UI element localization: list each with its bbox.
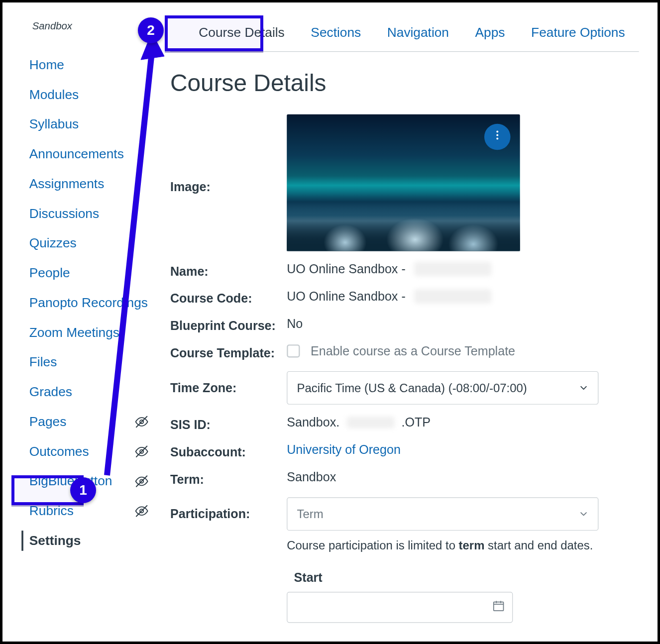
subaccount-value: University of Oregon [287,442,639,457]
tab-course-details[interactable]: Course Details [199,17,284,51]
template-checkbox[interactable] [287,344,300,357]
name-value: UO Online Sandbox - [287,262,639,276]
name-label: Name: [170,262,287,278]
sidebar-link[interactable]: Panopto Recordings [29,295,148,311]
start-date-input[interactable] [287,592,513,623]
course-image[interactable] [287,114,520,251]
breadcrumb[interactable]: Sandbox [32,20,158,32]
hidden-eye-icon [134,415,149,429]
sidebar-item-rubrics[interactable]: Rubrics [2,496,158,526]
sis-id-label: SIS ID: [170,415,287,431]
hidden-eye-icon [134,444,149,459]
sidebar-item-zoom-meetings[interactable]: Zoom Meetings [2,318,158,347]
main-content: Course DetailsSectionsNavigationAppsFeat… [158,17,651,623]
timezone-select-wrap: Pacific Time (US & Canada) (-08:00/-07:0… [287,371,598,405]
hidden-eye-icon [134,474,149,489]
sidebar-link[interactable]: Outcomes [29,444,89,459]
participation-select-wrap: Term [287,497,598,531]
timezone-selected: Pacific Time (US & Canada) (-08:00/-07:0… [297,381,527,395]
sidebar-link[interactable]: Pages [29,414,67,429]
course-template-label: Course Template: [170,344,287,360]
start-label: Start [294,570,639,585]
sidebar-item-assignments[interactable]: Assignments [2,169,158,199]
sidebar-item-discussions[interactable]: Discussions [2,199,158,228]
sidebar-link[interactable]: Announcements [29,146,124,162]
blueprint-label: Blueprint Course: [170,317,287,333]
sidebar-item-syllabus[interactable]: Syllabus [2,109,158,139]
timezone-label: Time Zone: [170,371,287,395]
participation-cell: Term Course participation is limited to … [287,497,639,623]
svg-point-10 [496,137,498,139]
image-label: Image: [170,114,287,194]
sidebar-item-people[interactable]: People [2,258,158,288]
sidebar-item-files[interactable]: Files [2,347,158,377]
sidebar-item-quizzes[interactable]: Quizzes [2,228,158,258]
timezone-select[interactable]: Pacific Time (US & Canada) (-08:00/-07:0… [287,371,598,405]
sidebar-link[interactable]: Files [29,354,57,370]
sidebar-item-modules[interactable]: Modules [2,80,158,109]
sidebar-item-home[interactable]: Home [2,50,158,80]
screenshot-frame: Sandbox HomeModulesSyllabusAnnouncements… [0,0,660,644]
participation-note-pre: Course participation is limited to [287,539,458,552]
participation-note-strong: term [459,539,485,552]
code-text-prefix: UO Online Sandbox - [287,289,406,304]
subaccount-link[interactable]: University of Oregon [287,442,401,457]
settings-tabs: Course DetailsSectionsNavigationAppsFeat… [170,17,639,52]
image-options-button[interactable] [484,124,511,150]
timezone-value: Pacific Time (US & Canada) (-08:00/-07:0… [287,371,639,405]
sidebar-item-panopto-recordings[interactable]: Panopto Recordings [2,288,158,318]
sis-prefix: Sandbox. [287,415,339,429]
sidebar-link[interactable]: Home [29,57,64,73]
svg-rect-11 [494,602,504,611]
sis-id-value: Sandbox..OTP [287,415,639,429]
participation-note-post: start and end dates. [484,539,593,552]
course-details-table: Image: Name: UO Online Sandbox - [170,114,639,623]
sidebar-item-bigbluebutton[interactable]: BigBlueButton [2,466,158,496]
sis-suffix: .OTP [402,415,431,429]
sidebar-link[interactable]: Zoom Meetings [29,325,119,340]
sidebar-item-announcements[interactable]: Announcements [2,139,158,169]
tab-apps[interactable]: Apps [475,17,505,51]
sidebar-item-outcomes[interactable]: Outcomes [2,436,158,466]
sidebar-link[interactable]: Quizzes [29,235,77,251]
sidebar-link[interactable]: Grades [29,384,72,400]
name-text-prefix: UO Online Sandbox - [287,262,406,276]
sidebar-link[interactable]: Discussions [29,206,99,221]
svg-point-8 [496,131,498,133]
course-nav-list: HomeModulesSyllabusAnnouncementsAssignme… [2,50,158,556]
image-value [287,114,639,251]
participation-selected: Term [297,507,324,521]
sidebar-link[interactable]: Rubrics [29,503,74,519]
participation-label: Participation: [170,497,287,521]
sidebar-item-pages[interactable]: Pages [2,407,158,437]
svg-point-9 [496,134,498,136]
term-label: Term: [170,470,287,486]
course-code-value: UO Online Sandbox - [287,289,639,304]
calendar-icon [492,599,505,615]
tab-sections[interactable]: Sections [311,17,361,51]
course-code-label: Course Code: [170,289,287,306]
sidebar-link[interactable]: Settings [29,533,81,548]
term-value: Sandbox [287,470,639,484]
template-checkbox-label: Enable course as a Course Template [311,344,515,358]
participation-select[interactable]: Term [287,497,598,531]
sidebar-link[interactable]: Syllabus [29,116,79,132]
sidebar-link[interactable]: Modules [29,87,79,103]
sidebar-item-grades[interactable]: Grades [2,377,158,407]
sidebar-link[interactable]: People [29,265,70,281]
sidebar-link[interactable]: BigBlueButton [29,473,112,489]
sis-redacted [347,417,395,429]
tab-feature-options[interactable]: Feature Options [531,17,625,51]
course-template-value: Enable course as a Course Template [287,344,639,358]
sidebar-item-settings[interactable]: Settings [2,526,158,556]
name-redacted [414,262,491,276]
start-input-row [287,592,639,623]
course-sidebar: Sandbox HomeModulesSyllabusAnnouncements… [2,17,158,623]
hidden-eye-icon [134,504,149,518]
subaccount-label: Subaccount: [170,442,287,459]
blueprint-value: No [287,317,639,331]
sidebar-link[interactable]: Assignments [29,176,105,192]
tab-navigation[interactable]: Navigation [387,17,449,51]
more-vertical-icon [491,129,503,145]
participation-note: Course participation is limited to term … [287,539,639,552]
